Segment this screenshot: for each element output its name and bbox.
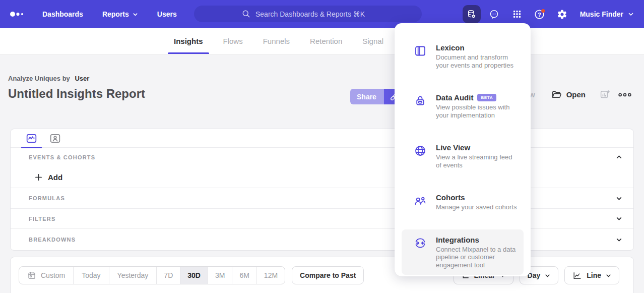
profiles-view-tab[interactable]: [49, 129, 61, 148]
range-7d[interactable]: 7D: [156, 267, 180, 284]
add-label: Add: [48, 173, 62, 182]
events-cohorts-label: EVENTS & COHORTS: [29, 154, 95, 160]
open-label: Open: [566, 90, 586, 99]
events-view-tab[interactable]: [26, 129, 37, 148]
top-navigation: Dashboards Reports Users: [0, 0, 644, 28]
chevron-down-icon: [545, 273, 550, 278]
chart-controls-bar: Custom Today Yesterday 7D 30D 3M 6M 12M …: [10, 257, 634, 293]
mixpanel-logo-icon[interactable]: [9, 7, 26, 21]
chevron-down-icon: [133, 12, 138, 17]
people-icon: [414, 194, 427, 207]
lexicon-book-icon: [414, 44, 427, 57]
menu-item-title: Integrations: [436, 236, 479, 244]
range-custom[interactable]: Custom: [19, 267, 73, 284]
apps-grid-button[interactable]: [508, 5, 526, 23]
chevron-down-icon: [606, 273, 611, 278]
menu-item-data-audit[interactable]: Data Audit BETA View possible issues wit…: [402, 87, 524, 125]
menu-item-description: Document and transform your events and p…: [436, 53, 519, 69]
chevron-down-icon: [628, 11, 634, 17]
data-management-menu: Lexicon Document and transform your even…: [395, 23, 531, 276]
folder-open-icon: [551, 89, 562, 100]
chevron-down-icon[interactable]: [616, 237, 622, 243]
lock-icon: [414, 94, 427, 107]
nav-reports-label: Reports: [102, 10, 129, 18]
add-event-row: Add: [11, 167, 633, 189]
analyze-line: Analyze Uniques by User: [8, 75, 145, 82]
project-name: Music Finder: [580, 10, 623, 18]
add-event-button[interactable]: Add: [35, 173, 62, 182]
global-search[interactable]: [194, 6, 422, 22]
feedback-chat-button[interactable]: [485, 5, 503, 23]
menu-item-title: Live View: [436, 143, 470, 152]
nav-users[interactable]: Users: [157, 10, 177, 18]
tab-funnels[interactable]: Funnels: [263, 28, 290, 54]
range-3m[interactable]: 3M: [208, 267, 232, 284]
tab-insights[interactable]: Insights: [174, 28, 203, 54]
page-title[interactable]: Untitled Insights Report: [8, 87, 145, 101]
range-30d[interactable]: 30D: [180, 267, 208, 284]
menu-item-integrations[interactable]: Integrations Connect Mixpanel to a data …: [402, 229, 524, 275]
menu-item-description: Manage your saved cohorts: [436, 203, 519, 211]
formulas-section[interactable]: FORMULAS: [11, 188, 633, 209]
chevron-down-icon[interactable]: [616, 195, 622, 202]
plus-icon: [35, 173, 42, 181]
events-cohorts-section[interactable]: EVENTS & COHORTS: [11, 148, 633, 167]
menu-item-lexicon[interactable]: Lexicon Document and transform your even…: [402, 37, 524, 75]
menu-item-description: View a live streaming feed of events: [436, 153, 519, 169]
query-view-tabs: [11, 129, 633, 148]
breakdowns-section[interactable]: BREAKDOWNS: [11, 229, 633, 250]
share-button[interactable]: Share: [350, 89, 383, 104]
beta-badge: BETA: [477, 94, 496, 101]
svg-text:?: ?: [538, 12, 541, 18]
project-switcher[interactable]: Music Finder: [580, 10, 637, 18]
search-icon: [242, 10, 250, 18]
menu-item-title: Lexicon: [436, 43, 465, 52]
settings-gear-button[interactable]: [553, 5, 571, 23]
menu-item-title: Cohorts: [436, 193, 465, 202]
date-range-segmented: Custom Today Yesterday 7D 30D 3M 6M 12M: [19, 266, 285, 284]
globe-icon: [414, 144, 427, 157]
nav-reports[interactable]: Reports: [102, 10, 138, 18]
tab-signal[interactable]: Signal: [362, 28, 383, 54]
nav-dashboards[interactable]: Dashboards: [42, 10, 83, 18]
tab-retention[interactable]: Retention: [310, 28, 342, 54]
range-today[interactable]: Today: [73, 267, 108, 284]
help-button[interactable]: ?: [531, 5, 549, 23]
nav-links: Dashboards Reports Users: [42, 10, 177, 18]
menu-item-description: Connect Mixpanel to a data pipeline or c…: [436, 246, 519, 269]
filters-section[interactable]: FILTERS: [11, 209, 633, 229]
menu-item-live-view[interactable]: Live View View a live streaming feed of …: [402, 137, 524, 175]
nav-dashboards-label: Dashboards: [42, 10, 83, 18]
more-options-icon[interactable]: [618, 92, 632, 97]
data-management-button[interactable]: [463, 5, 481, 23]
chevron-up-icon[interactable]: [616, 154, 622, 160]
person-icon: [49, 133, 61, 144]
search-input[interactable]: [255, 10, 374, 18]
chart-type-dropdown[interactable]: Line: [564, 266, 619, 284]
tab-flows[interactable]: Flows: [223, 28, 243, 54]
menu-item-title: Data Audit: [436, 93, 473, 102]
menu-item-description: View possible issues with your implement…: [436, 103, 519, 119]
chart-icon: [26, 133, 37, 144]
breakdowns-label: BREAKDOWNS: [29, 237, 76, 243]
range-yesterday[interactable]: Yesterday: [109, 267, 157, 284]
chevron-down-icon[interactable]: [616, 215, 622, 222]
query-builder-card: EVENTS & COHORTS Add FORMULAS FILTERS BR…: [10, 129, 634, 251]
line-chart-icon: [572, 271, 582, 280]
nav-users-label: Users: [157, 10, 177, 18]
compare-to-past-button[interactable]: Compare to Past: [292, 266, 364, 284]
add-to-board-icon[interactable]: [600, 89, 610, 100]
range-12m[interactable]: 12M: [256, 267, 285, 284]
chart-type-label: Line: [587, 271, 601, 279]
open-report-button[interactable]: Open: [551, 89, 586, 100]
report-tabbar: Insights Flows Funnels Retention Signal …: [0, 28, 644, 54]
header-actions: New Open: [520, 89, 632, 100]
analyze-label: Analyze Uniques by: [8, 75, 70, 82]
analyze-value[interactable]: User: [75, 75, 89, 82]
range-6m[interactable]: 6M: [232, 267, 256, 284]
range-custom-label: Custom: [41, 271, 65, 279]
menu-item-cohorts[interactable]: Cohorts Manage your saved cohorts: [402, 187, 524, 217]
filters-label: FILTERS: [29, 216, 55, 222]
report-header: Analyze Uniques by User Untitled Insight…: [8, 75, 145, 101]
sync-arrows-icon: [414, 237, 427, 250]
